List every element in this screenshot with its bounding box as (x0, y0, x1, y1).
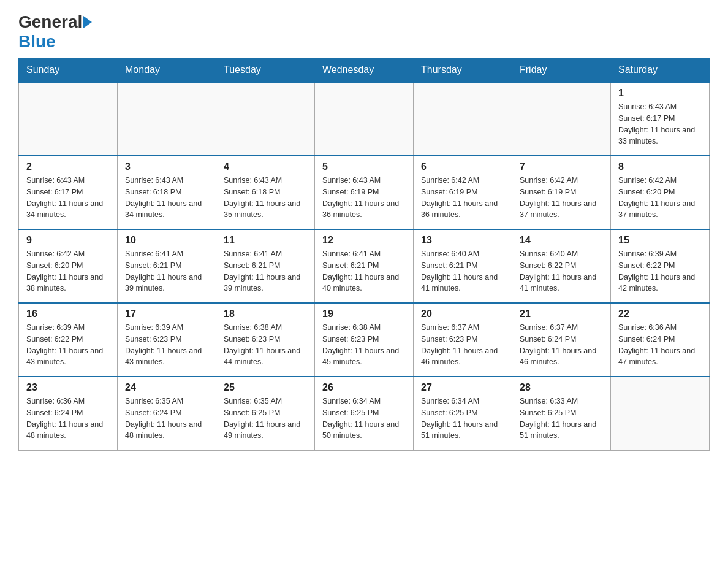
logo-triangle-icon (83, 16, 92, 28)
calendar-cell (512, 82, 611, 156)
day-info: Sunrise: 6:43 AMSunset: 6:17 PMDaylight:… (26, 175, 110, 221)
day-number: 16 (26, 308, 110, 320)
day-number: 22 (618, 308, 702, 320)
day-info: Sunrise: 6:37 AMSunset: 6:24 PMDaylight:… (520, 322, 603, 368)
calendar-cell: 26Sunrise: 6:34 AMSunset: 6:25 PMDayligh… (315, 377, 414, 450)
calendar-cell: 11Sunrise: 6:41 AMSunset: 6:21 PMDayligh… (216, 229, 315, 303)
day-info: Sunrise: 6:38 AMSunset: 6:23 PMDaylight:… (322, 322, 406, 368)
day-info: Sunrise: 6:43 AMSunset: 6:17 PMDaylight:… (618, 101, 702, 147)
calendar-cell: 17Sunrise: 6:39 AMSunset: 6:23 PMDayligh… (118, 303, 216, 377)
day-number: 21 (520, 308, 603, 320)
calendar-cell: 10Sunrise: 6:41 AMSunset: 6:21 PMDayligh… (118, 229, 216, 303)
calendar-cell: 21Sunrise: 6:37 AMSunset: 6:24 PMDayligh… (512, 303, 611, 377)
day-info: Sunrise: 6:42 AMSunset: 6:19 PMDaylight:… (520, 175, 603, 221)
logo-general-text: General (18, 12, 82, 32)
calendar-cell: 2Sunrise: 6:43 AMSunset: 6:17 PMDaylight… (19, 156, 118, 229)
day-info: Sunrise: 6:41 AMSunset: 6:21 PMDaylight:… (322, 248, 406, 294)
day-info: Sunrise: 6:42 AMSunset: 6:20 PMDaylight:… (618, 175, 702, 221)
calendar-cell: 27Sunrise: 6:34 AMSunset: 6:25 PMDayligh… (414, 377, 512, 450)
day-number: 14 (520, 235, 603, 246)
week-row-3: 9Sunrise: 6:42 AMSunset: 6:20 PMDaylight… (19, 229, 710, 303)
week-row-5: 23Sunrise: 6:36 AMSunset: 6:24 PMDayligh… (19, 377, 710, 450)
day-number: 2 (26, 161, 110, 172)
calendar-cell: 24Sunrise: 6:35 AMSunset: 6:24 PMDayligh… (118, 377, 216, 450)
calendar-cell: 15Sunrise: 6:39 AMSunset: 6:22 PMDayligh… (611, 229, 710, 303)
calendar-cell: 6Sunrise: 6:42 AMSunset: 6:19 PMDaylight… (414, 156, 512, 229)
day-number: 3 (125, 161, 208, 172)
day-number: 6 (421, 161, 504, 172)
page-header: General Blue (18, 12, 710, 52)
calendar-cell: 20Sunrise: 6:37 AMSunset: 6:23 PMDayligh… (414, 303, 512, 377)
day-number: 27 (421, 382, 504, 393)
day-info: Sunrise: 6:39 AMSunset: 6:22 PMDaylight:… (618, 248, 702, 294)
week-row-1: 1Sunrise: 6:43 AMSunset: 6:17 PMDaylight… (19, 82, 710, 156)
day-info: Sunrise: 6:36 AMSunset: 6:24 PMDaylight:… (618, 322, 702, 368)
day-number: 15 (618, 235, 702, 246)
day-info: Sunrise: 6:42 AMSunset: 6:20 PMDaylight:… (26, 248, 110, 294)
calendar-cell: 1Sunrise: 6:43 AMSunset: 6:17 PMDaylight… (611, 82, 710, 156)
calendar-cell: 3Sunrise: 6:43 AMSunset: 6:18 PMDaylight… (118, 156, 216, 229)
calendar-cell: 13Sunrise: 6:40 AMSunset: 6:21 PMDayligh… (414, 229, 512, 303)
calendar-cell: 18Sunrise: 6:38 AMSunset: 6:23 PMDayligh… (216, 303, 315, 377)
day-info: Sunrise: 6:39 AMSunset: 6:23 PMDaylight:… (125, 322, 208, 368)
day-info: Sunrise: 6:43 AMSunset: 6:18 PMDaylight:… (125, 175, 208, 221)
weekday-header-monday: Monday (118, 58, 216, 83)
day-number: 28 (520, 382, 603, 393)
day-info: Sunrise: 6:34 AMSunset: 6:25 PMDaylight:… (421, 396, 504, 442)
day-number: 13 (421, 235, 504, 246)
calendar-cell: 8Sunrise: 6:42 AMSunset: 6:20 PMDaylight… (611, 156, 710, 229)
calendar-cell: 22Sunrise: 6:36 AMSunset: 6:24 PMDayligh… (611, 303, 710, 377)
day-number: 17 (125, 308, 208, 320)
day-number: 20 (421, 308, 504, 320)
calendar-cell (216, 82, 315, 156)
weekday-header-thursday: Thursday (414, 58, 512, 83)
day-number: 8 (618, 161, 702, 172)
day-info: Sunrise: 6:35 AMSunset: 6:24 PMDaylight:… (125, 396, 208, 442)
day-info: Sunrise: 6:41 AMSunset: 6:21 PMDaylight:… (224, 248, 307, 294)
day-info: Sunrise: 6:36 AMSunset: 6:24 PMDaylight:… (26, 396, 110, 442)
calendar-cell (315, 82, 414, 156)
day-number: 25 (224, 382, 307, 393)
day-number: 4 (224, 161, 307, 172)
day-number: 1 (618, 88, 702, 99)
day-number: 26 (322, 382, 406, 393)
calendar-cell: 5Sunrise: 6:43 AMSunset: 6:19 PMDaylight… (315, 156, 414, 229)
logo-blue-text: Blue (18, 32, 56, 52)
day-info: Sunrise: 6:33 AMSunset: 6:25 PMDaylight:… (520, 396, 603, 442)
calendar-cell: 28Sunrise: 6:33 AMSunset: 6:25 PMDayligh… (512, 377, 611, 450)
calendar-cell: 23Sunrise: 6:36 AMSunset: 6:24 PMDayligh… (19, 377, 118, 450)
day-number: 7 (520, 161, 603, 172)
day-number: 5 (322, 161, 406, 172)
weekday-header-tuesday: Tuesday (216, 58, 315, 83)
weekday-header-wednesday: Wednesday (315, 58, 414, 83)
calendar-cell: 9Sunrise: 6:42 AMSunset: 6:20 PMDaylight… (19, 229, 118, 303)
day-info: Sunrise: 6:39 AMSunset: 6:22 PMDaylight:… (26, 322, 110, 368)
day-info: Sunrise: 6:38 AMSunset: 6:23 PMDaylight:… (224, 322, 307, 368)
calendar-cell: 4Sunrise: 6:43 AMSunset: 6:18 PMDaylight… (216, 156, 315, 229)
day-number: 10 (125, 235, 208, 246)
day-info: Sunrise: 6:43 AMSunset: 6:18 PMDaylight:… (224, 175, 307, 221)
calendar-cell: 7Sunrise: 6:42 AMSunset: 6:19 PMDaylight… (512, 156, 611, 229)
weekday-header-friday: Friday (512, 58, 611, 83)
calendar-cell (19, 82, 118, 156)
calendar-cell: 25Sunrise: 6:35 AMSunset: 6:25 PMDayligh… (216, 377, 315, 450)
logo: General Blue (18, 12, 93, 52)
calendar-table: SundayMondayTuesdayWednesdayThursdayFrid… (18, 58, 710, 451)
calendar-cell: 12Sunrise: 6:41 AMSunset: 6:21 PMDayligh… (315, 229, 414, 303)
day-info: Sunrise: 6:37 AMSunset: 6:23 PMDaylight:… (421, 322, 504, 368)
day-info: Sunrise: 6:43 AMSunset: 6:19 PMDaylight:… (322, 175, 406, 221)
day-info: Sunrise: 6:41 AMSunset: 6:21 PMDaylight:… (125, 248, 208, 294)
day-number: 19 (322, 308, 406, 320)
day-number: 24 (125, 382, 208, 393)
calendar-cell (611, 377, 710, 450)
weekday-header-row: SundayMondayTuesdayWednesdayThursdayFrid… (19, 58, 710, 83)
weekday-header-sunday: Sunday (19, 58, 118, 83)
day-info: Sunrise: 6:40 AMSunset: 6:22 PMDaylight:… (520, 248, 603, 294)
calendar-cell: 19Sunrise: 6:38 AMSunset: 6:23 PMDayligh… (315, 303, 414, 377)
day-number: 9 (26, 235, 110, 246)
calendar-cell: 14Sunrise: 6:40 AMSunset: 6:22 PMDayligh… (512, 229, 611, 303)
calendar-cell: 16Sunrise: 6:39 AMSunset: 6:22 PMDayligh… (19, 303, 118, 377)
day-number: 23 (26, 382, 110, 393)
day-info: Sunrise: 6:40 AMSunset: 6:21 PMDaylight:… (421, 248, 504, 294)
day-number: 18 (224, 308, 307, 320)
